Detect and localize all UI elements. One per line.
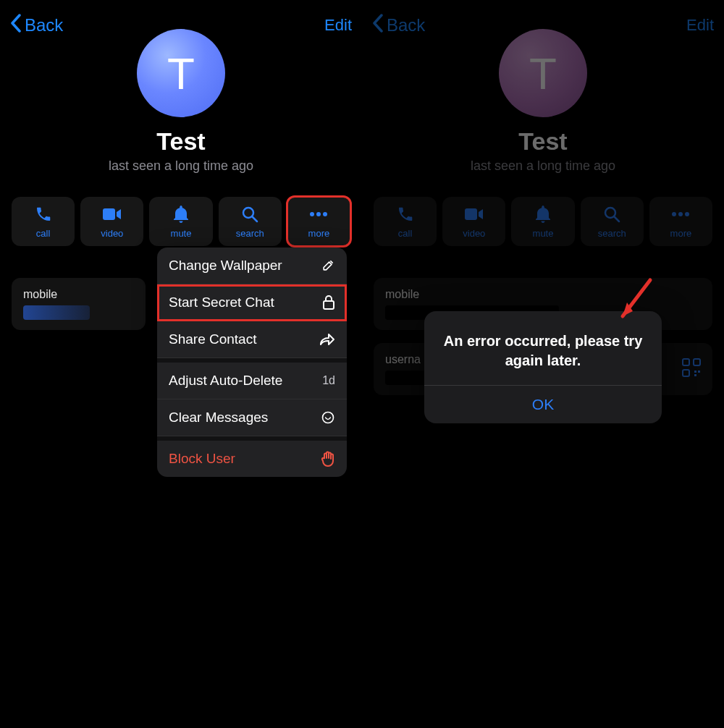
svg-rect-8 [465, 208, 477, 220]
bell-icon [535, 205, 551, 224]
svg-rect-19 [694, 374, 696, 376]
svg-rect-18 [698, 371, 700, 373]
svg-point-11 [672, 212, 676, 216]
mute-button[interactable]: mute [149, 197, 212, 246]
mute-label: mute [171, 228, 192, 239]
menu-adjust-auto-delete[interactable]: Adjust Auto-Delete 1d [157, 363, 347, 399]
qr-icon[interactable] [682, 358, 701, 380]
menu-start-secret-chat[interactable]: Start Secret Chat [157, 284, 347, 321]
svg-rect-6 [324, 301, 334, 309]
search-label: search [598, 228, 626, 239]
search-button[interactable]: search [219, 197, 282, 246]
mobile-label: mobile [23, 288, 134, 301]
phone-icon [35, 205, 52, 224]
search-icon [241, 205, 258, 224]
more-button[interactable]: more [287, 197, 350, 246]
menu-adjust-auto-delete-label: Adjust Auto-Delete [169, 373, 282, 389]
menu-block-user-label: Block User [169, 451, 235, 467]
more-label: more [670, 228, 692, 239]
more-label: more [308, 228, 330, 239]
hand-icon [321, 451, 335, 467]
back-button[interactable]: Back [10, 14, 63, 37]
mute-label: mute [533, 228, 554, 239]
action-row-right: call video mute search more [362, 174, 724, 246]
svg-rect-16 [683, 370, 689, 376]
search-label: search [236, 228, 264, 239]
chevron-left-icon [10, 14, 22, 37]
menu-start-secret-chat-label: Start Secret Chat [169, 295, 274, 310]
annotation-arrow-icon [614, 276, 657, 327]
video-button-right[interactable]: video [442, 197, 505, 246]
search-button-right[interactable]: search [581, 197, 644, 246]
svg-rect-0 [103, 208, 115, 220]
svg-point-7 [323, 412, 334, 423]
screenshot-left: Back Edit T Test last seen a long time a… [0, 0, 362, 728]
svg-line-10 [614, 216, 619, 221]
video-icon [465, 205, 484, 224]
menu-share-contact-label: Share Contact [169, 331, 256, 347]
menu-clear-messages[interactable]: Clear Messages [157, 399, 347, 436]
svg-rect-15 [694, 359, 700, 365]
svg-point-13 [685, 212, 689, 216]
profile-name: Test [156, 127, 205, 156]
edit-button[interactable]: Edit [324, 16, 352, 35]
call-label: call [398, 228, 413, 239]
error-alert-ok-button[interactable]: OK [424, 386, 662, 423]
svg-point-4 [316, 212, 321, 216]
lock-icon [322, 295, 335, 310]
menu-share-contact[interactable]: Share Contact [157, 321, 347, 358]
phone-icon [397, 205, 414, 224]
more-icon [671, 205, 690, 224]
back-label: Back [25, 15, 63, 35]
menu-change-wallpaper-label: Change Wallpaper [169, 258, 282, 274]
profile-name-right: Test [518, 127, 567, 156]
clear-icon [321, 410, 335, 425]
more-button-right[interactable]: more [649, 197, 712, 246]
svg-rect-17 [694, 371, 696, 373]
avatar-right[interactable]: T [499, 29, 587, 117]
call-button-right[interactable]: call [374, 197, 437, 246]
menu-clear-messages-label: Clear Messages [169, 410, 268, 426]
video-button[interactable]: video [80, 197, 143, 246]
search-icon [603, 205, 620, 224]
svg-line-2 [252, 216, 257, 221]
video-label: video [101, 228, 123, 239]
menu-auto-delete-value: 1d [322, 374, 335, 387]
profile-lastseen: last seen a long time ago [109, 158, 253, 174]
share-icon [319, 333, 335, 346]
profile-header: T Test last seen a long time ago [0, 29, 362, 174]
video-label: video [463, 228, 485, 239]
more-icon [309, 205, 328, 224]
action-row: call video mute search [0, 174, 362, 246]
profile-header-right: T Test last seen a long time ago [362, 29, 724, 174]
svg-point-5 [323, 212, 327, 216]
svg-rect-14 [683, 359, 689, 365]
error-alert: An error occurred, please try again late… [424, 311, 662, 423]
video-icon [103, 205, 122, 224]
menu-block-user[interactable]: Block User [157, 441, 347, 477]
call-button[interactable]: call [12, 197, 75, 246]
brush-icon [321, 258, 335, 273]
mute-button-right[interactable]: mute [511, 197, 574, 246]
menu-change-wallpaper[interactable]: Change Wallpaper [157, 247, 347, 284]
svg-point-12 [678, 212, 683, 216]
svg-point-3 [310, 212, 314, 216]
profile-lastseen-right: last seen a long time ago [471, 158, 615, 174]
mobile-value-redacted [23, 305, 90, 320]
mobile-field-card[interactable]: mobile [12, 278, 146, 330]
avatar[interactable]: T [137, 29, 225, 117]
call-label: call [36, 228, 51, 239]
bell-icon [173, 205, 189, 224]
more-menu: Change Wallpaper Start Secret Chat Share… [157, 247, 347, 477]
